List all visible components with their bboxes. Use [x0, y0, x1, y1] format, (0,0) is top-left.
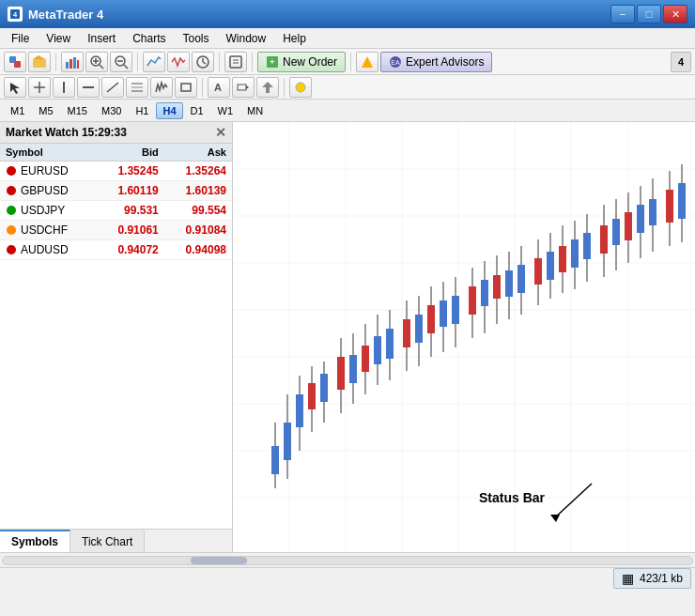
svg-rect-20 [230, 56, 241, 68]
menu-item-window[interactable]: Window [219, 30, 274, 47]
tf-btn-w1[interactable]: W1 [211, 102, 240, 119]
menu-item-view[interactable]: View [39, 30, 78, 47]
status-chart-icon: ▦ [622, 571, 634, 586]
cursor-tool[interactable] [4, 77, 26, 98]
table-row[interactable]: USDCHF 0.91061 0.91084 [0, 221, 232, 240]
scroll-thumb[interactable] [191, 557, 247, 564]
tf-btn-h1[interactable]: H1 [129, 102, 155, 119]
bid-cell: 1.35245 [97, 162, 164, 181]
tf-btn-m1[interactable]: M1 [4, 102, 31, 119]
horizontal-scrollbar[interactable] [0, 552, 695, 567]
bid-cell: 0.94072 [97, 240, 164, 260]
svg-rect-73 [320, 374, 328, 402]
new-order-button[interactable]: + New Order [257, 52, 346, 72]
text-tool[interactable]: A [208, 77, 230, 98]
zoom-out-button[interactable] [110, 52, 132, 72]
arrow-icon[interactable] [356, 52, 378, 72]
table-row[interactable]: GBPUSD 1.60119 1.60139 [0, 181, 232, 201]
svg-rect-75 [337, 357, 345, 390]
new-profile-button[interactable] [4, 52, 26, 72]
symbol-cell: USDCHF [0, 221, 97, 240]
zoom-in-button[interactable] [85, 52, 108, 72]
svg-rect-95 [469, 286, 476, 315]
title-bar-left: 4 MetaTrader 4 [8, 7, 103, 22]
svg-text:4: 4 [13, 10, 18, 19]
svg-rect-89 [427, 305, 435, 333]
table-row[interactable]: USDJPY 99.531 99.554 [0, 201, 232, 221]
rectangle-tool[interactable] [175, 77, 197, 98]
svg-rect-105 [534, 258, 542, 285]
vertical-line-tool[interactable] [53, 77, 75, 98]
svg-marker-5 [33, 55, 45, 59]
tab-symbols[interactable]: Symbols [0, 530, 70, 552]
minimize-button[interactable]: − [610, 5, 635, 23]
svg-rect-67 [284, 423, 291, 460]
table-row[interactable]: AUDUSD 0.94072 0.94098 [0, 240, 232, 260]
toolbar-sep-4 [252, 53, 253, 71]
svg-rect-8 [73, 57, 76, 69]
open-button[interactable] [28, 52, 51, 72]
svg-line-128 [554, 484, 592, 518]
sidebar: Market Watch 15:29:33 ✕ Symbol Bid Ask [0, 122, 233, 552]
oscillator-button[interactable] [167, 52, 190, 72]
svg-rect-69 [296, 394, 303, 427]
svg-line-33 [107, 83, 118, 92]
svg-rect-77 [349, 355, 357, 383]
svg-rect-37 [181, 84, 191, 91]
arrows-tool[interactable] [256, 77, 279, 98]
svg-marker-25 [362, 56, 373, 68]
svg-point-44 [7, 186, 16, 195]
toolbar-drawing: A [0, 75, 695, 100]
label-tool[interactable] [232, 77, 255, 98]
crosshair-tool[interactable] [28, 77, 51, 98]
svg-rect-91 [440, 300, 447, 327]
menu-item-help[interactable]: Help [275, 30, 314, 47]
waves-tool[interactable] [150, 77, 173, 98]
svg-rect-79 [362, 346, 369, 372]
candlestick-chart[interactable] [233, 122, 695, 552]
tf-btn-h4[interactable]: H4 [156, 102, 182, 119]
scroll-track[interactable] [2, 556, 693, 565]
tf-btn-m5[interactable]: M5 [32, 102, 59, 119]
menu-item-insert[interactable]: Insert [80, 30, 123, 47]
menu-item-tools[interactable]: Tools [176, 30, 217, 47]
svg-point-47 [7, 245, 16, 254]
expert-advisors-label: Expert Advisors [406, 55, 484, 69]
fib-tool[interactable] [126, 77, 148, 98]
market-watch-title: Market Watch 15:29:33 [6, 126, 127, 139]
menu-item-charts[interactable]: Charts [125, 30, 173, 47]
horizontal-line-tool[interactable] [77, 77, 100, 98]
indicator-button[interactable] [143, 52, 165, 72]
svg-line-15 [124, 65, 128, 69]
maximize-button[interactable]: □ [637, 5, 661, 23]
svg-point-43 [7, 166, 16, 176]
bid-cell: 0.91061 [97, 221, 164, 240]
trendline-tool[interactable] [101, 77, 124, 98]
svg-line-11 [100, 65, 103, 69]
svg-marker-41 [262, 82, 273, 93]
table-row[interactable]: EURUSD 1.35245 1.35264 [0, 162, 232, 181]
svg-rect-99 [493, 275, 501, 299]
tf-btn-m30[interactable]: M30 [95, 102, 128, 119]
symbol-cell: GBPUSD [0, 181, 97, 201]
svg-rect-48 [233, 122, 695, 552]
chart-button[interactable] [61, 52, 84, 72]
close-button[interactable]: ✕ [663, 5, 687, 23]
toolbar-main: + New Order EA Expert Advisors 4 [0, 49, 695, 75]
tf-btn-mn[interactable]: MN [240, 102, 270, 119]
svg-rect-113 [583, 233, 591, 259]
side-panel-button[interactable]: 4 [671, 52, 691, 72]
template-button[interactable] [224, 52, 247, 72]
expert-advisors-button[interactable]: EA Expert Advisors [380, 52, 492, 72]
market-watch-close[interactable]: ✕ [215, 125, 226, 140]
svg-point-42 [296, 83, 305, 92]
period-button[interactable] [192, 52, 214, 72]
tf-btn-d1[interactable]: D1 [184, 102, 210, 119]
svg-rect-103 [517, 265, 525, 293]
svg-rect-117 [612, 219, 620, 245]
color-tool[interactable] [289, 77, 312, 98]
tab-tick-chart[interactable]: Tick Chart [70, 530, 145, 552]
svg-point-45 [7, 206, 16, 215]
menu-item-file[interactable]: File [4, 30, 37, 47]
tf-btn-m15[interactable]: M15 [61, 102, 94, 119]
